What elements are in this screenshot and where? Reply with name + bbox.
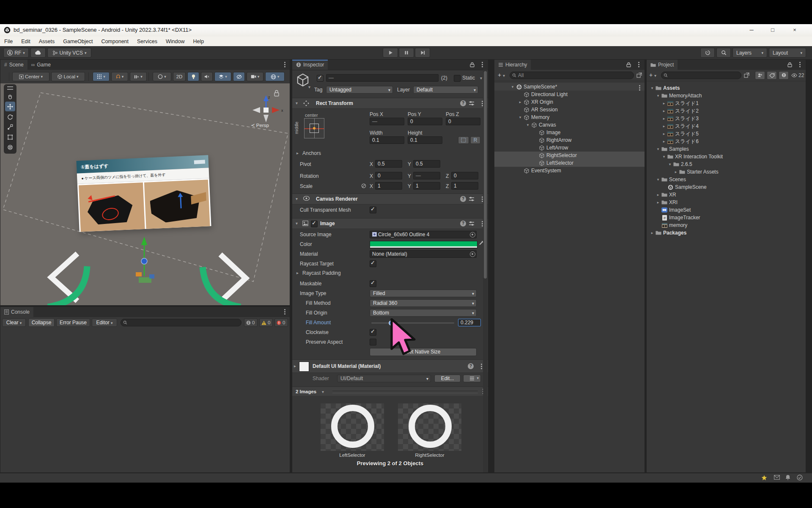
collapse-button[interactable]: Collapse: [28, 318, 55, 327]
hierarchy-row[interactable]: ▾Memory: [494, 113, 645, 121]
hierarchy-search-input[interactable]: All: [510, 72, 634, 79]
help-icon[interactable]: ?: [460, 196, 466, 202]
cull-transparent-mesh-checkbox[interactable]: [370, 207, 376, 213]
pause-button[interactable]: [399, 48, 414, 58]
scene-options-icon[interactable]: [639, 85, 640, 86]
image-enabled-checkbox[interactable]: [311, 221, 318, 227]
component-menu-icon[interactable]: [481, 364, 482, 365]
inspector-scrollbar-thumb[interactable]: [484, 71, 487, 279]
scene-view-options-dropdown[interactable]: ▾: [265, 72, 285, 81]
snap-increment-button[interactable]: ▾: [111, 72, 128, 81]
foldout-icon[interactable]: ▾: [525, 123, 531, 127]
search-by-label-button[interactable]: [767, 71, 777, 80]
presets-icon[interactable]: [469, 196, 475, 203]
fill-origin-dropdown[interactable]: Bottom: [370, 309, 477, 317]
preview-header[interactable]: 2 Images ▾: [292, 387, 488, 397]
pivot-y-field[interactable]: 0.5: [413, 160, 440, 168]
project-row[interactable]: ▸スライド3: [647, 115, 806, 122]
transform-tool-button[interactable]: [5, 142, 15, 152]
hierarchy-row[interactable]: ▾Canvas: [494, 121, 645, 129]
project-row[interactable]: ▸XRI: [647, 199, 806, 206]
foldout-icon[interactable]: ▾: [655, 94, 661, 98]
foldout-icon[interactable]: ▸: [655, 200, 661, 204]
layers-dropdown[interactable]: Layers▾: [732, 48, 767, 58]
inspector-scrollbar[interactable]: [483, 70, 488, 472]
foldout-icon[interactable]: ▾: [655, 177, 661, 182]
clockwise-checkbox[interactable]: [370, 329, 376, 336]
tab-game[interactable]: ∞ Game: [27, 60, 55, 70]
foldout-icon[interactable]: ▾: [510, 85, 516, 89]
close-button[interactable]: ×: [788, 26, 801, 35]
material-section-header[interactable]: ▸ Default UI Material (Material) ?: [292, 359, 488, 373]
project-lock-icon[interactable]: [787, 62, 792, 69]
rotation-x-field[interactable]: 0: [375, 172, 402, 179]
project-row[interactable]: ▸スライド5: [647, 130, 806, 138]
clear-button[interactable]: Clear ▾: [2, 318, 26, 327]
project-row[interactable]: ▸スライド1: [647, 99, 806, 107]
scene-camera-dropdown[interactable]: ▾: [247, 72, 263, 81]
tool-handle-rotation-dropdown[interactable]: Local▾: [51, 72, 85, 81]
create-asset-dropdown-icon[interactable]: ▾: [654, 74, 656, 78]
snap-move-button[interactable]: ▾: [130, 72, 147, 81]
gizmo-visibility-dropdown[interactable]: ▾: [153, 72, 171, 81]
foldout-icon[interactable]: ▾: [517, 115, 523, 119]
scene-audio-button[interactable]: [201, 72, 213, 81]
foldout-icon[interactable]: ▸: [661, 124, 667, 128]
source-image-field[interactable]: Circle_60x60 Outline 4: [370, 231, 477, 238]
menu-gameobject[interactable]: GameObject: [59, 36, 97, 46]
pos-z-field[interactable]: 0: [446, 118, 480, 125]
pos-x-field[interactable]: —: [370, 118, 404, 125]
material-presets-button[interactable]: ▾: [463, 375, 481, 382]
inspector-lock-icon[interactable]: [470, 62, 475, 69]
name-field[interactable]: —: [326, 74, 439, 82]
object-picker-icon[interactable]: [470, 251, 475, 257]
message-icon[interactable]: [774, 475, 780, 481]
maximize-button[interactable]: □: [766, 26, 779, 35]
anchors-label[interactable]: Anchors: [302, 149, 321, 157]
create-asset-button[interactable]: +: [649, 72, 653, 78]
scale-y-field[interactable]: 1: [413, 182, 440, 190]
grid-snap-button[interactable]: ▾: [93, 72, 110, 81]
project-row[interactable]: ▾2.6.5: [647, 160, 806, 168]
foldout-icon[interactable]: ▸: [661, 132, 667, 136]
inspector-panel-menu-icon[interactable]: [482, 62, 483, 63]
menu-component[interactable]: Component: [97, 36, 133, 46]
preserve-aspect-checkbox[interactable]: [370, 339, 376, 345]
set-native-size-button[interactable]: Set Native Size: [370, 348, 477, 356]
shader-edit-button[interactable]: Edit...: [434, 375, 461, 382]
view-tool-button[interactable]: [5, 91, 15, 101]
project-panel-menu-icon[interactable]: [799, 62, 801, 63]
blueprint-mode-button[interactable]: [458, 136, 469, 144]
shader-dropdown[interactable]: UI/Default: [337, 375, 431, 382]
project-search-input[interactable]: [661, 72, 741, 79]
scene-viewport[interactable]: ①蓋をはずす ● ケース両側のツメに指を引っ掛けて、蓋を外す: [0, 83, 290, 305]
cloud-notification-icon[interactable]: [761, 475, 767, 482]
hierarchy-row[interactable]: Image: [494, 129, 645, 136]
scale-link-icon[interactable]: [361, 183, 366, 190]
project-row[interactable]: ▸XR: [647, 191, 806, 199]
raycast-target-checkbox[interactable]: [370, 260, 376, 267]
tab-scene[interactable]: # Scene: [0, 60, 27, 70]
project-row[interactable]: ▸スライド6: [647, 138, 806, 145]
menu-services[interactable]: Services: [133, 36, 162, 46]
cloud-button[interactable]: [30, 48, 46, 58]
project-row[interactable]: memory: [647, 221, 806, 229]
hierarchy-row[interactable]: AR Session: [494, 106, 645, 113]
project-row[interactable]: ▾Scenes: [647, 176, 806, 183]
console-log-area[interactable]: [0, 328, 290, 472]
tag-dropdown[interactable]: Untagged: [326, 86, 393, 94]
foldout-icon[interactable]: ▸: [655, 193, 661, 197]
scene-picker-icon[interactable]: [636, 72, 642, 79]
raw-edit-mode-button[interactable]: R: [470, 136, 480, 144]
foldout-icon[interactable]: ▸: [661, 101, 667, 105]
project-row[interactable]: #ImageTracker: [647, 214, 806, 221]
image-type-dropdown[interactable]: Filled: [370, 290, 477, 297]
pivot-x-field[interactable]: 0.5: [375, 160, 402, 168]
save-search-button[interactable]: [779, 71, 789, 80]
project-row[interactable]: ▸スライド4: [647, 122, 806, 130]
active-checkbox[interactable]: [317, 75, 324, 82]
scene-panel-menu-icon[interactable]: [284, 62, 285, 63]
foldout-icon[interactable]: ▾: [655, 147, 661, 151]
maskable-checkbox[interactable]: [370, 280, 376, 287]
unity-vcs-button[interactable]: Unity VCS▾: [47, 48, 91, 58]
